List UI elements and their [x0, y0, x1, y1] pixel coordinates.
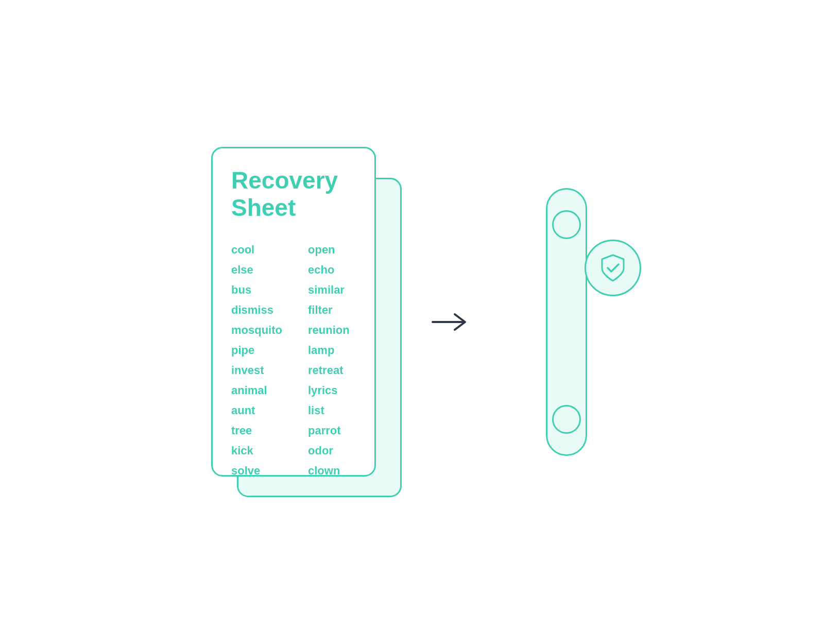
word-item: list	[308, 402, 350, 419]
word-item: lyrics	[308, 382, 350, 399]
shield-icon	[597, 252, 629, 284]
key-circle-bottom	[552, 405, 581, 434]
word-item: cool	[231, 241, 282, 258]
card-front: Recovery Sheet coolelsebusdismissmosquit…	[211, 147, 376, 477]
word-item: similar	[308, 281, 350, 298]
key-circle-top	[552, 210, 581, 239]
card-title: Recovery Sheet	[231, 167, 356, 222]
word-item: pipe	[231, 342, 282, 359]
word-item: parrot	[308, 422, 350, 439]
word-item: else	[231, 261, 282, 278]
word-item: echo	[308, 261, 350, 278]
word-item: solve	[231, 462, 282, 479]
word-item: animal	[231, 382, 282, 399]
word-item: retreat	[308, 362, 350, 379]
shield-badge	[585, 240, 641, 296]
word-item: kick	[231, 442, 282, 459]
word-item: tree	[231, 422, 282, 439]
word-item: dismiss	[231, 301, 282, 318]
word-columns: coolelsebusdismissmosquitopipeinvestanim…	[231, 241, 356, 479]
arrow-container	[427, 309, 479, 335]
word-item: mosquito	[231, 321, 282, 338]
word-item: lamp	[308, 342, 350, 359]
word-item: reunion	[308, 321, 350, 338]
word-item: filter	[308, 301, 350, 318]
word-column-1: coolelsebusdismissmosquitopipeinvestanim…	[231, 241, 282, 479]
key-body	[546, 188, 587, 456]
word-item: bus	[231, 281, 282, 298]
arrow-icon	[430, 309, 476, 335]
word-item: invest	[231, 362, 282, 379]
cards-stack: Recovery Sheet coolelsebusdismissmosquit…	[211, 147, 386, 497]
scene: Recovery Sheet coolelsebusdismissmosquit…	[211, 147, 613, 497]
word-column-2: openechosimilarfilterreunionlampretreatl…	[308, 241, 350, 479]
word-item: odor	[308, 442, 350, 459]
word-item: clown	[308, 462, 350, 479]
word-item: aunt	[231, 402, 282, 419]
key-container	[520, 173, 613, 471]
word-item: open	[308, 241, 350, 258]
